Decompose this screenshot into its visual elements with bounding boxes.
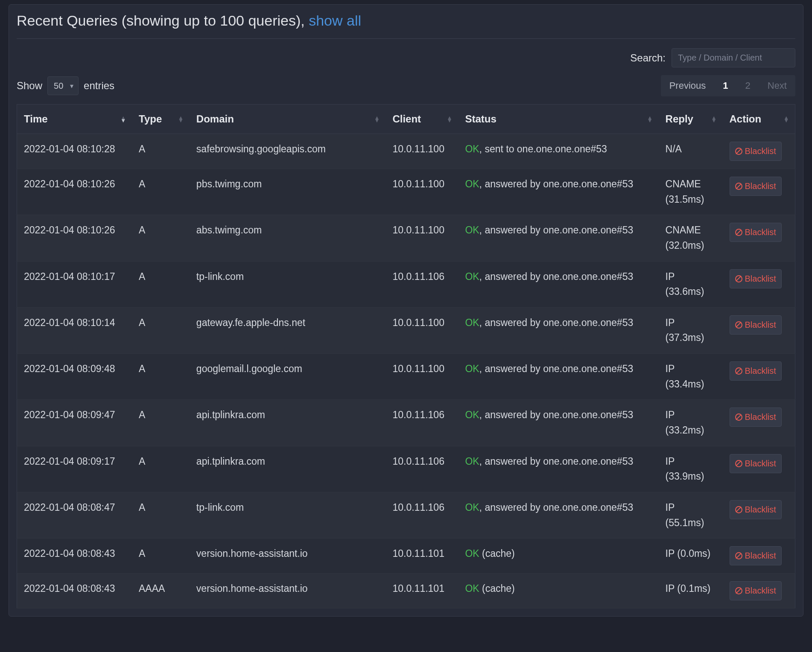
blacklist-button[interactable]: Blacklist: [730, 142, 782, 161]
blacklist-button[interactable]: Blacklist: [730, 223, 782, 242]
blacklist-label: Blacklist: [745, 318, 776, 332]
length-select-wrap: 50: [47, 76, 79, 95]
cell-domain: api.tplinkra.com: [190, 446, 386, 492]
table-row[interactable]: 2022-01-04 08:10:28Asafebrowsing.googlea…: [17, 134, 795, 169]
table-row[interactable]: 2022-01-04 08:08:43Aversion.home-assista…: [17, 538, 795, 573]
cell-action: Blacklist: [723, 354, 795, 400]
pagination-previous[interactable]: Previous: [661, 75, 715, 96]
status-detail: , answered by one.one.one.one#53: [479, 271, 634, 282]
table-row[interactable]: 2022-01-04 08:09:48Agooglemail.l.google.…: [17, 354, 795, 400]
search-input[interactable]: [672, 48, 795, 67]
col-header-domain[interactable]: Domain ▲▼: [190, 105, 386, 134]
status-ok: OK: [465, 409, 479, 420]
table-row[interactable]: 2022-01-04 08:10:17Atp-link.com10.0.11.1…: [17, 261, 795, 307]
cell-type: AAAA: [132, 573, 190, 608]
col-header-domain-label: Domain: [196, 113, 234, 125]
cell-type: A: [132, 354, 190, 400]
length-select[interactable]: 50: [47, 76, 79, 95]
cell-type: A: [132, 446, 190, 492]
blacklist-label: Blacklist: [745, 226, 776, 239]
col-header-status-label: Status: [465, 113, 496, 125]
cell-type: A: [132, 307, 190, 353]
cell-time: 2022-01-04 08:10:28: [17, 134, 132, 169]
cell-reply: IP (33.9ms): [659, 446, 723, 492]
cell-reply: IP (37.3ms): [659, 307, 723, 353]
blacklist-button[interactable]: Blacklist: [730, 546, 782, 565]
pagination-page-1[interactable]: 1: [714, 75, 736, 96]
table-row[interactable]: 2022-01-04 08:08:47Atp-link.com10.0.11.1…: [17, 492, 795, 538]
cell-client: 10.0.11.106: [386, 261, 458, 307]
blacklist-button[interactable]: Blacklist: [730, 361, 782, 381]
table-header-row: Time ▲▼ Type ▲▼ Domain ▲▼ Client ▲▼ Stat…: [17, 105, 795, 134]
table-row[interactable]: 2022-01-04 08:08:43AAAAversion.home-assi…: [17, 573, 795, 608]
cell-action: Blacklist: [723, 446, 795, 492]
col-header-status[interactable]: Status ▲▼: [458, 105, 658, 134]
status-detail: , answered by one.one.one.one#53: [479, 317, 634, 328]
table-row[interactable]: 2022-01-04 08:10:26Apbs.twimg.com10.0.11…: [17, 169, 795, 215]
cell-action: Blacklist: [723, 215, 795, 261]
length-control: Show 50 entries: [17, 76, 114, 95]
col-header-action-label: Action: [730, 113, 762, 125]
col-header-reply[interactable]: Reply ▲▼: [659, 105, 723, 134]
cell-domain: abs.twimg.com: [190, 215, 386, 261]
pagination-page-2[interactable]: 2: [737, 75, 759, 96]
status-ok: OK: [465, 548, 479, 559]
blacklist-button[interactable]: Blacklist: [730, 581, 782, 600]
cell-domain: version.home-assistant.io: [190, 538, 386, 573]
blacklist-button[interactable]: Blacklist: [730, 315, 782, 335]
col-header-time-label: Time: [24, 113, 48, 125]
pagination-next[interactable]: Next: [759, 75, 795, 96]
col-header-action[interactable]: Action ▲▼: [723, 105, 795, 134]
cell-reply: IP (33.2ms): [659, 400, 723, 446]
cell-client: 10.0.11.106: [386, 492, 458, 538]
table-row[interactable]: 2022-01-04 08:10:26Aabs.twimg.com10.0.11…: [17, 215, 795, 261]
status-ok: OK: [465, 178, 479, 189]
col-header-reply-label: Reply: [666, 113, 693, 125]
status-ok: OK: [465, 271, 479, 282]
col-header-type-label: Type: [139, 113, 162, 125]
blacklist-label: Blacklist: [745, 410, 776, 424]
col-header-type[interactable]: Type ▲▼: [132, 105, 190, 134]
table-row[interactable]: 2022-01-04 08:10:14Agateway.fe.apple-dns…: [17, 307, 795, 353]
cell-status: OK, answered by one.one.one.one#53: [458, 215, 658, 261]
cell-status: OK (cache): [458, 538, 658, 573]
cell-time: 2022-01-04 08:09:48: [17, 354, 132, 400]
table-row[interactable]: 2022-01-04 08:09:47Aapi.tplinkra.com10.0…: [17, 400, 795, 446]
blacklist-button[interactable]: Blacklist: [730, 269, 782, 288]
sort-icon: ▲▼: [178, 116, 184, 122]
status-ok: OK: [465, 456, 479, 467]
blacklist-button[interactable]: Blacklist: [730, 408, 782, 427]
blacklist-button[interactable]: Blacklist: [730, 454, 782, 473]
cell-type: A: [132, 215, 190, 261]
ban-icon: [735, 321, 742, 329]
blacklist-label: Blacklist: [745, 584, 776, 597]
cell-client: 10.0.11.106: [386, 446, 458, 492]
col-header-client[interactable]: Client ▲▼: [386, 105, 458, 134]
table-row[interactable]: 2022-01-04 08:09:17Aapi.tplinkra.com10.0…: [17, 446, 795, 492]
panel-title: Recent Queries (showing up to 100 querie…: [17, 5, 795, 39]
panel-title-text: Recent Queries (showing up to 100 querie…: [17, 12, 309, 29]
cell-time: 2022-01-04 08:08:43: [17, 573, 132, 608]
status-ok: OK: [465, 317, 479, 328]
search-label: Search:: [630, 52, 666, 64]
cell-reply: CNAME (31.5ms): [659, 169, 723, 215]
status-ok: OK: [465, 363, 479, 374]
status-detail: (cache): [479, 583, 515, 594]
ban-icon: [735, 587, 742, 594]
queries-table: Time ▲▼ Type ▲▼ Domain ▲▼ Client ▲▼ Stat…: [17, 104, 795, 608]
cell-client: 10.0.11.100: [386, 215, 458, 261]
ban-icon: [735, 413, 742, 421]
ban-icon: [735, 552, 742, 559]
cell-reply: IP (0.0ms): [659, 538, 723, 573]
blacklist-button[interactable]: Blacklist: [730, 177, 782, 196]
cell-type: A: [132, 400, 190, 446]
sort-icon: ▲▼: [120, 116, 126, 122]
cell-time: 2022-01-04 08:10:14: [17, 307, 132, 353]
cell-action: Blacklist: [723, 538, 795, 573]
cell-status: OK, answered by one.one.one.one#53: [458, 354, 658, 400]
cell-action: Blacklist: [723, 169, 795, 215]
col-header-time[interactable]: Time ▲▼: [17, 105, 132, 134]
show-all-link[interactable]: show all: [309, 12, 361, 29]
recent-queries-panel: Recent Queries (showing up to 100 querie…: [9, 4, 803, 617]
blacklist-button[interactable]: Blacklist: [730, 500, 782, 519]
